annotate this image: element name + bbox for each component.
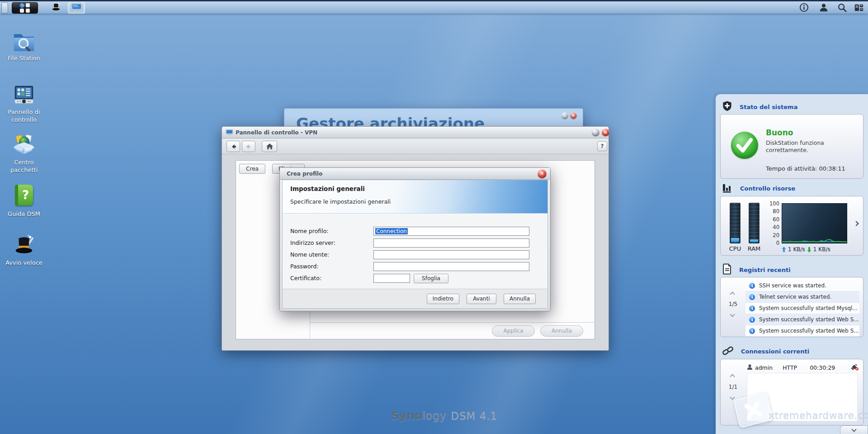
dialog-titlebar: Crea profilo ✕ <box>280 168 550 180</box>
main-menu-button[interactable] <box>12 2 38 14</box>
certificate-input[interactable] <box>373 274 410 283</box>
magic-hat-icon <box>12 234 36 257</box>
shield-icon <box>722 100 732 113</box>
current-connections-header: Connessioni correnti <box>722 345 809 358</box>
home-button[interactable] <box>262 141 277 152</box>
desktop-icon-label: File Station <box>1 54 47 62</box>
log-row[interactable]: System successfully started Mysql... <box>745 303 859 314</box>
close-button[interactable]: ✕ <box>538 169 547 178</box>
connection-user: admin <box>755 364 773 371</box>
profile-name-input[interactable]: Connection <box>373 227 529 236</box>
user-icon <box>819 3 829 14</box>
desktop: File Station Pannello di controllo <box>0 0 868 434</box>
taskbar-pilot-button[interactable] <box>851 3 867 14</box>
password-input[interactable] <box>373 262 529 271</box>
dialog-subheading: Specificare le impostazioni generali <box>290 198 391 205</box>
page-down-chevron[interactable] <box>730 395 735 400</box>
ram-label: RAM <box>743 245 765 252</box>
recent-logs-box: 1/5 SSH service was started. Telnet serv… <box>720 277 863 337</box>
help-button[interactable]: ? <box>597 141 607 151</box>
desktop-icon-dsm-help[interactable]: ? Guida DSM <box>1 184 47 218</box>
resource-flipper-chevron[interactable] <box>854 221 859 226</box>
status-value: Buono <box>766 128 793 137</box>
dsm-branding: SynologyDSM 4.1 <box>391 409 497 422</box>
upload-arrow-icon <box>782 247 786 253</box>
uptime-text: Tempo di attività: 00:38:11 <box>766 165 845 172</box>
taskbar-info-button[interactable] <box>794 3 814 14</box>
package-center-icon <box>12 133 36 157</box>
cancel-button[interactable]: Annulla <box>540 325 583 337</box>
brand-syno: Syno <box>391 409 422 422</box>
minimize-button[interactable] <box>561 112 568 119</box>
taskbar-storage-manager-button[interactable] <box>68 2 85 14</box>
download-arrow-icon <box>807 247 811 253</box>
resource-monitor-box: CPU RAM 10080 6040 200 1 KB/s 1 KB/s <box>720 196 863 256</box>
page-indicator: 1/1 <box>721 384 745 390</box>
page-indicator: 1/5 <box>721 301 745 307</box>
field-label: Indirizzo server: <box>290 238 335 248</box>
log-row[interactable]: System successfully started Web S... <box>745 325 859 337</box>
close-button[interactable]: ✕ <box>570 112 577 119</box>
server-address-input[interactable] <box>373 238 529 248</box>
chain-link-icon <box>722 345 734 358</box>
cancel-button[interactable]: Annulla <box>504 294 536 304</box>
resource-monitor-header: Controllo risorse <box>722 183 795 194</box>
dialog-form: Nome profilo: Connection Indirizzo serve… <box>283 214 547 291</box>
file-station-icon <box>12 29 36 52</box>
widget-collapse-tab[interactable] <box>840 425 868 434</box>
minimize-button[interactable] <box>592 129 599 136</box>
log-row[interactable]: SSH service was started. <box>745 280 859 291</box>
status-desc-line1: DiskStation funziona <box>766 139 824 146</box>
connection-protocol: HTTP <box>783 364 797 371</box>
disconnect-icon[interactable] <box>850 363 859 372</box>
user-icon <box>747 364 753 372</box>
brand-logy: logy <box>422 409 446 422</box>
page-up-chevron[interactable] <box>730 374 735 379</box>
desktop-icon-package-center[interactable]: Centro pacchetti <box>1 133 47 174</box>
log-row[interactable]: System successfully started Web S... <box>745 314 859 325</box>
create-button[interactable]: Crea <box>239 164 265 174</box>
show-desktop-button[interactable] <box>1 2 8 14</box>
search-icon <box>837 3 847 14</box>
page-up-chevron[interactable] <box>730 291 735 296</box>
taskbar-user-button[interactable] <box>815 3 833 14</box>
desktop-icon-file-station[interactable]: File Station <box>1 29 47 62</box>
next-button[interactable]: Avanti <box>467 294 496 304</box>
info-icon <box>749 328 755 334</box>
close-button[interactable]: ✕ <box>602 129 609 136</box>
recent-logs-header: Registri recenti <box>722 263 791 276</box>
bar-chart-icon <box>722 183 733 194</box>
forward-button[interactable] <box>242 141 255 152</box>
help-book-icon: ? <box>12 185 36 208</box>
username-input[interactable] <box>373 250 529 259</box>
ram-gauge-fill <box>750 239 758 242</box>
browse-button[interactable]: Sfoglia <box>414 274 448 283</box>
dialog-title: Crea profilo <box>287 171 322 177</box>
dialog-body: Impostazioni generali Specificare le imp… <box>282 180 548 309</box>
taskbar-search-button[interactable] <box>834 3 851 14</box>
back-button[interactable] <box>226 141 240 152</box>
cpu-gauge-fill <box>731 238 739 242</box>
widget-title: Controllo risorse <box>740 185 795 192</box>
desktop-icon-label: Guida DSM <box>1 210 47 218</box>
field-label: Password: <box>290 262 319 271</box>
apply-button[interactable]: Applica <box>492 325 535 337</box>
desktop-icon-quick-start[interactable]: Avvio veloce <box>1 234 47 267</box>
desktop-icon-control-panel[interactable]: Pannello di controllo <box>1 83 47 124</box>
taskbar <box>0 0 868 14</box>
info-icon <box>749 283 755 289</box>
back-button[interactable]: Indietro <box>427 294 459 304</box>
page-down-chevron[interactable] <box>730 312 735 317</box>
magic-hat-icon <box>51 2 61 14</box>
connection-row: admin HTTP 00:30:29 <box>747 363 859 372</box>
log-row[interactable]: Telnet service was started. <box>745 291 859 303</box>
info-icon <box>749 305 755 311</box>
main-menu-icon <box>19 3 31 13</box>
network-chart-yaxis: 10080 6040 200 <box>762 200 779 246</box>
download-line <box>782 239 847 242</box>
info-icon <box>749 294 755 300</box>
download-rate: 1 KB/s <box>813 246 830 253</box>
dialog-heading: Impostazioni generali <box>290 185 365 192</box>
chevron-down-icon <box>851 427 856 432</box>
taskbar-quick-launch-button[interactable] <box>47 2 65 14</box>
